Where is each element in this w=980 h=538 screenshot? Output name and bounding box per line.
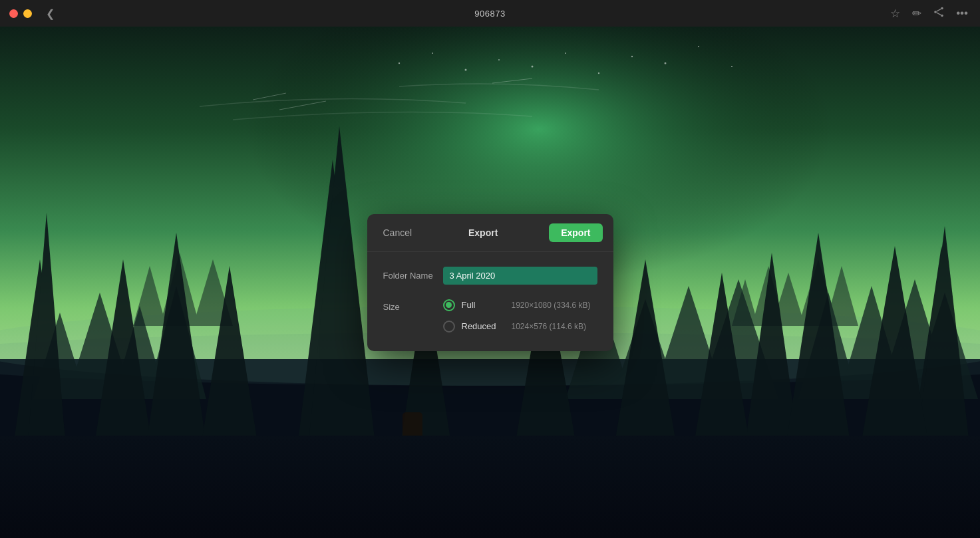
size-section: Size Full 1920×1080 (334.6 kB) Reduced xyxy=(383,299,597,333)
size-label: Size xyxy=(383,299,443,312)
export-dialog: Cancel Export Export Folder Name Size xyxy=(367,214,613,351)
size-full-info: 1920×1080 (334.6 kB) xyxy=(512,301,591,310)
titlebar-left: ❮ xyxy=(0,6,57,21)
titlebar: ❮ 906873 ☆ ✏ ••• xyxy=(0,0,980,27)
size-full-label: Full xyxy=(462,300,505,310)
size-option-reduced[interactable]: Reduced 1024×576 (114.6 kB) xyxy=(443,321,591,333)
window-title: 906873 xyxy=(474,9,505,19)
size-option-full[interactable]: Full 1920×1080 (334.6 kB) xyxy=(443,299,591,311)
folder-name-row: Folder Name xyxy=(383,267,597,285)
titlebar-right: ☆ ✏ ••• xyxy=(890,7,980,21)
radio-reduced[interactable] xyxy=(443,321,455,333)
size-options: Full 1920×1080 (334.6 kB) Reduced 1024×5… xyxy=(443,299,591,333)
dialog-body: Folder Name Size Full 1920×1080 (334.6 k… xyxy=(367,252,613,351)
svg-line-3 xyxy=(937,9,941,11)
dialog-header: Cancel Export Export xyxy=(367,214,613,252)
svg-point-2 xyxy=(934,11,937,13)
svg-point-0 xyxy=(941,7,943,9)
dialog-overlay: Cancel Export Export Folder Name Size xyxy=(0,27,980,538)
svg-point-1 xyxy=(941,14,943,17)
radio-full[interactable] xyxy=(443,299,455,311)
size-reduced-label: Reduced xyxy=(462,321,505,331)
export-button[interactable]: Export xyxy=(549,223,602,242)
close-button[interactable] xyxy=(9,9,18,18)
cancel-button[interactable]: Cancel xyxy=(378,225,418,241)
bookmark-icon[interactable]: ☆ xyxy=(890,7,900,21)
minimize-button[interactable] xyxy=(23,9,32,18)
folder-name-label: Folder Name xyxy=(383,271,443,281)
svg-line-4 xyxy=(937,12,941,15)
dialog-title: Export xyxy=(468,227,498,238)
edit-icon[interactable]: ✏ xyxy=(912,7,921,21)
folder-name-input[interactable] xyxy=(443,267,597,285)
share-icon[interactable] xyxy=(933,7,944,21)
size-reduced-info: 1024×576 (114.6 kB) xyxy=(512,322,586,331)
more-icon[interactable]: ••• xyxy=(956,7,968,20)
chevron-left-icon: ❮ xyxy=(46,7,55,20)
back-button[interactable]: ❮ xyxy=(43,6,57,21)
radio-inner-full xyxy=(446,302,452,308)
